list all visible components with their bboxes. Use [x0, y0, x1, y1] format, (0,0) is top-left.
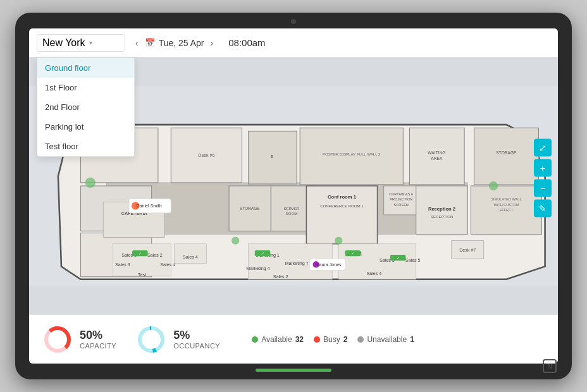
- svg-text:Laura Jones: Laura Jones: [316, 262, 342, 267]
- floor-option-parking[interactable]: Parking lot: [37, 117, 134, 137]
- dropdown-arrow-icon: ▾: [89, 39, 92, 46]
- svg-text:POSTER DISPLAY FULL WALL 2: POSTER DISPLAY FULL WALL 2: [323, 152, 381, 156]
- available-dot: [252, 336, 258, 343]
- svg-text:Sales 4: Sales 4: [160, 262, 175, 267]
- svg-text:PROJECTION: PROJECTION: [390, 197, 412, 201]
- svg-text:Test: Test: [138, 273, 146, 278]
- unavailable-count: 1: [410, 335, 414, 344]
- capacity-label: CAPACITY: [80, 342, 116, 350]
- svg-text:⬆: ⬆: [270, 154, 274, 159]
- floor-dropdown: Ground floor 1st Floor 2nd Floor Parking…: [37, 58, 135, 157]
- unavailable-label: Unavailable: [367, 335, 407, 344]
- date-display: 📅 Tue, 25 Apr: [145, 38, 204, 48]
- floor-option-1[interactable]: 1st Floor: [37, 78, 134, 97]
- tablet-screen: New York ▾ ‹ 📅 Tue, 25 Apr › 08:00am Gro…: [29, 28, 558, 364]
- svg-point-76: [232, 237, 239, 245]
- occupancy-info: 5% OCCUPANCY: [173, 329, 220, 350]
- svg-point-77: [335, 237, 342, 245]
- nfc-icon: N: [543, 359, 557, 373]
- svg-point-80: [140, 328, 163, 351]
- svg-text:Conf room 1: Conf room 1: [328, 194, 357, 200]
- legend-busy: Busy 2: [314, 335, 347, 344]
- occupancy-percent: 5%: [173, 329, 220, 342]
- time-display: 08:00am: [228, 37, 265, 48]
- next-date-button[interactable]: ›: [207, 37, 218, 49]
- legend-available: Available 32: [252, 335, 304, 344]
- svg-text:ROOM: ROOM: [285, 211, 297, 216]
- date-label: Tue, 25 Apr: [159, 38, 204, 48]
- prev-date-button[interactable]: ‹: [132, 37, 142, 49]
- svg-rect-38: [113, 244, 171, 276]
- expand-button[interactable]: ⤢: [534, 139, 552, 157]
- svg-text:Sales 4: Sales 4: [367, 271, 382, 276]
- occupancy-label: OCCUPANCY: [173, 342, 220, 350]
- capacity-percent: 50%: [80, 329, 116, 342]
- location-selector[interactable]: New York ▾: [37, 34, 125, 52]
- svg-text:AREA: AREA: [431, 156, 443, 161]
- calendar-icon: 📅: [145, 38, 155, 47]
- zoom-in-button[interactable]: +: [534, 159, 552, 177]
- unavailable-dot: [357, 336, 364, 343]
- svg-text:Sales 2: Sales 2: [273, 274, 288, 279]
- floor-option-test[interactable]: Test floor: [37, 137, 134, 156]
- svg-text:CONFERENCE ROOM 1: CONFERENCE ROOM 1: [320, 204, 364, 208]
- stats-bar: 50% CAPACITY 5% OCCUPANCY: [29, 314, 558, 364]
- svg-rect-44: [174, 244, 206, 264]
- legend-unavailable: Unavailable 1: [357, 335, 414, 344]
- svg-text:STORAGE: STORAGE: [496, 150, 517, 155]
- date-nav: ‹ 📅 Tue, 25 Apr ›: [132, 37, 217, 49]
- svg-text:SCREEN: SCREEN: [394, 203, 409, 207]
- occupancy-donut: [135, 324, 167, 355]
- svg-text:Desk #6: Desk #6: [198, 153, 214, 158]
- svg-text:STORAGE: STORAGE: [240, 206, 261, 211]
- svg-text:CURTAIN AS A: CURTAIN AS A: [389, 192, 413, 196]
- svg-text:✓: ✓: [351, 251, 354, 255]
- header-bar: New York ▾ ‹ 📅 Tue, 25 Apr › 08:00am: [29, 28, 558, 58]
- edit-button[interactable]: ✎: [534, 200, 552, 217]
- floor-option-2[interactable]: 2nd Floor: [37, 97, 134, 117]
- location-label: New York: [42, 37, 85, 49]
- map-controls: ⤢ + − ✎: [534, 139, 552, 217]
- svg-text:WAITING: WAITING: [428, 150, 445, 155]
- svg-text:RECEPTION: RECEPTION: [431, 214, 454, 219]
- svg-text:✓: ✓: [139, 251, 142, 255]
- svg-text:SIMULATED WALL: SIMULATED WALL: [491, 197, 521, 201]
- svg-text:Marketing 7: Marketing 7: [285, 261, 308, 266]
- legend-area: Available 32 Busy 2 Unavailable 1: [252, 335, 414, 344]
- available-label: Available: [261, 335, 292, 344]
- busy-count: 2: [343, 335, 348, 344]
- svg-text:Sales 2: Sales 2: [147, 253, 163, 258]
- capacity-info: 50% CAPACITY: [80, 329, 116, 350]
- svg-text:WITH CUSTOM: WITH CUSTOM: [493, 203, 519, 207]
- zoom-out-button[interactable]: −: [534, 180, 552, 197]
- busy-dot: [314, 336, 320, 343]
- floor-option-ground[interactable]: Ground floor: [37, 58, 134, 78]
- svg-point-75: [489, 181, 498, 190]
- camera: [291, 19, 296, 24]
- svg-text:Sales 3: Sales 3: [115, 262, 130, 267]
- occupancy-stat: 5% OCCUPANCY: [135, 324, 220, 355]
- svg-text:Sales 4: Sales 4: [183, 255, 198, 260]
- svg-text:SERVER: SERVER: [283, 206, 300, 211]
- home-bar[interactable]: [256, 369, 331, 372]
- svg-text:✓: ✓: [261, 251, 264, 255]
- svg-text:EFFECT: EFFECT: [500, 208, 514, 212]
- svg-text:Reception 2: Reception 2: [428, 206, 455, 212]
- tablet-frame: New York ▾ ‹ 📅 Tue, 25 Apr › 08:00am Gro…: [15, 13, 572, 379]
- svg-point-74: [85, 178, 96, 188]
- svg-text:Marketing 4: Marketing 4: [246, 266, 269, 271]
- busy-label: Busy: [323, 335, 340, 344]
- capacity-donut: [42, 324, 73, 355]
- available-count: 32: [295, 335, 304, 344]
- capacity-stat: 50% CAPACITY: [42, 324, 116, 355]
- svg-text:Desk #7: Desk #7: [459, 248, 476, 253]
- svg-rect-18: [300, 128, 403, 185]
- svg-text:Sales 5: Sales 5: [405, 258, 421, 263]
- svg-rect-30: [474, 128, 538, 185]
- svg-text:✓: ✓: [397, 255, 400, 260]
- svg-text:Daniel Smith: Daniel Smith: [136, 204, 161, 209]
